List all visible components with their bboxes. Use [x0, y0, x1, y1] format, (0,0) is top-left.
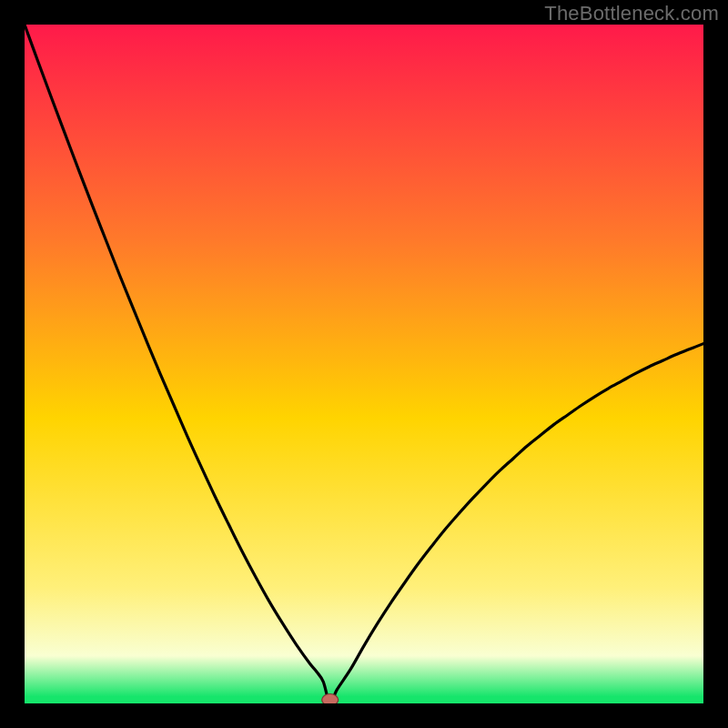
plot-svg	[25, 25, 703, 703]
chart-frame: TheBottleneck.com	[0, 0, 728, 728]
minimum-marker	[322, 694, 339, 704]
watermark-text: TheBottleneck.com	[544, 2, 719, 25]
plot-area	[25, 25, 703, 703]
gradient-background	[25, 25, 703, 703]
